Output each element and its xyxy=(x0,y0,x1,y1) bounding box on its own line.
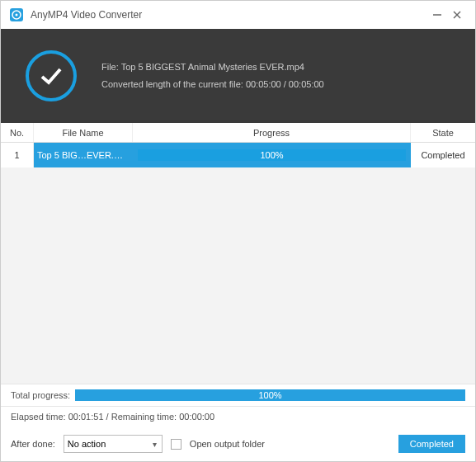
status-panel: File: Top 5 BIGGEST Animal Mysteries EVE… xyxy=(1,29,475,123)
minimize-button[interactable] xyxy=(427,5,447,25)
open-output-checkbox[interactable] xyxy=(171,439,181,450)
checkmark-icon xyxy=(26,50,77,101)
app-title: AnyMP4 Video Converter xyxy=(31,9,427,21)
table-header: No. File Name Progress State xyxy=(1,123,475,143)
after-done-select[interactable]: No action xyxy=(64,435,163,453)
row-progress: 100% xyxy=(133,149,411,161)
header-filename: File Name xyxy=(34,123,133,142)
close-button[interactable] xyxy=(447,5,467,25)
header-no: No. xyxy=(1,123,34,142)
total-progress-text: 100% xyxy=(75,389,465,401)
after-done-label: After done: xyxy=(11,439,55,449)
bottom-bar: After done: No action Open output folder… xyxy=(1,427,475,461)
row-state: Completed xyxy=(411,143,475,167)
current-file-label: File: Top 5 BIGGEST Animal Mysteries EVE… xyxy=(101,59,324,76)
row-progress-text: 100% xyxy=(138,149,406,161)
row-no: 1 xyxy=(1,143,34,167)
time-info: Elapsed time: 00:01:51 / Remaining time:… xyxy=(1,406,475,427)
header-progress: Progress xyxy=(133,123,411,142)
table-body: 1 Top 5 BIG…EVER.mp4 100% Completed xyxy=(1,143,475,384)
svg-point-2 xyxy=(16,14,18,16)
header-state: State xyxy=(411,123,475,142)
app-logo-icon xyxy=(9,7,24,22)
total-progress-bar: 100% xyxy=(75,389,465,401)
table-row[interactable]: 1 Top 5 BIG…EVER.mp4 100% Completed xyxy=(1,143,475,167)
total-progress-section: Total progress: 100% xyxy=(1,384,475,406)
completed-button[interactable]: Completed xyxy=(398,435,465,453)
total-progress-label: Total progress: xyxy=(11,390,70,400)
row-filename: Top 5 BIG…EVER.mp4 xyxy=(34,150,133,160)
titlebar: AnyMP4 Video Converter xyxy=(1,1,475,29)
after-done-value: No action xyxy=(68,439,106,449)
converted-length-label: Converted length of the current file: 00… xyxy=(101,76,324,93)
open-output-label: Open output folder xyxy=(190,439,265,449)
